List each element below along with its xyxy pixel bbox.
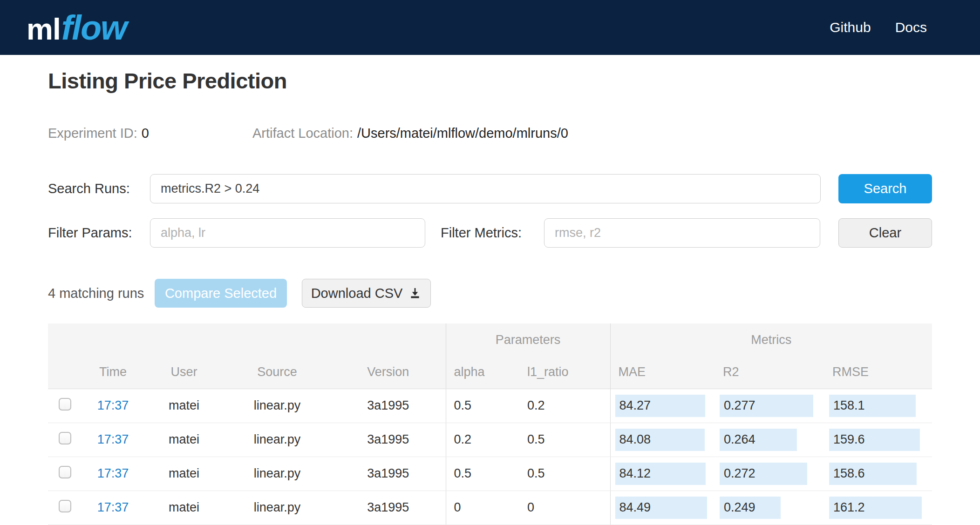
experiment-id-label: Experiment ID: <box>48 126 137 141</box>
nav-links: Github Docs <box>805 20 927 35</box>
metric-value-r2: 0.272 <box>720 466 755 481</box>
run-param-l1-ratio: 0 <box>519 491 610 525</box>
filter-params-label: Filter Params: <box>48 218 132 248</box>
table-row: 17:37 matei linear.py 3a1995 0 0 84.49 0… <box>48 491 932 525</box>
group-header-spacer <box>48 323 446 356</box>
run-user: matei <box>144 423 224 457</box>
metric-value-mae: 84.49 <box>615 500 651 515</box>
metric-bar-rmse: 159.6 <box>829 429 920 451</box>
filter-row: Filter Params: Filter Metrics: Clear <box>0 218 980 248</box>
col-header-source: Source <box>224 356 331 389</box>
run-user: matei <box>144 491 224 525</box>
run-checkbox[interactable] <box>59 466 71 478</box>
metric-value-mae: 84.12 <box>615 466 651 481</box>
logo-flow-text: flow <box>61 8 127 47</box>
artifact-location-label: Artifact Location: <box>252 126 353 141</box>
metric-value-mae: 84.08 <box>615 432 651 447</box>
metric-value-rmse: 159.6 <box>829 432 865 447</box>
metric-bar-mae: 84.27 <box>615 395 705 417</box>
run-checkbox[interactable] <box>59 398 71 411</box>
metric-bar-r2: 0.272 <box>720 463 807 485</box>
artifact-location-group: Artifact Location:/Users/matei/mlflow/de… <box>252 126 568 141</box>
runs-table: Parameters Metrics Time User Source Vers… <box>48 323 932 525</box>
table-row: 17:37 matei linear.py 3a1995 0.5 0.2 84.… <box>48 389 932 423</box>
col-header-user: User <box>144 356 224 389</box>
metric-value-r2: 0.264 <box>720 432 755 447</box>
run-time-link[interactable]: 17:37 <box>97 500 129 514</box>
filter-metrics-label: Filter Metrics: <box>441 218 522 248</box>
run-source: linear.py <box>224 457 331 491</box>
metric-bar-rmse: 158.1 <box>829 395 916 417</box>
nav-link-github[interactable]: Github <box>830 20 871 35</box>
run-version: 3a1995 <box>331 423 446 457</box>
metric-value-r2: 0.249 <box>720 500 755 515</box>
search-runs-label: Search Runs: <box>48 174 130 203</box>
download-csv-label: Download CSV <box>311 286 403 301</box>
page-title: Listing Price Prediction <box>48 68 287 94</box>
metric-bar-rmse: 161.2 <box>829 497 922 519</box>
metric-bar-mae: 84.49 <box>615 497 707 519</box>
search-runs-input[interactable] <box>150 174 821 203</box>
metric-bar-mae: 84.08 <box>615 429 705 451</box>
metric-value-r2: 0.277 <box>720 398 755 413</box>
metric-bar-r2: 0.264 <box>720 429 797 451</box>
metric-value-rmse: 158.1 <box>829 398 865 413</box>
metric-value-rmse: 161.2 <box>829 500 865 515</box>
metric-bar-mae: 84.12 <box>615 463 706 485</box>
metric-bar-r2: 0.249 <box>720 497 781 519</box>
filter-params-input[interactable] <box>150 218 425 248</box>
run-param-alpha: 0.5 <box>446 389 519 423</box>
run-checkbox[interactable] <box>59 432 71 444</box>
run-time-link[interactable]: 17:37 <box>97 466 129 480</box>
table-row: 17:37 matei linear.py 3a1995 0.5 0.5 84.… <box>48 457 932 491</box>
search-row: Search Runs: Search <box>0 174 980 203</box>
run-checkbox[interactable] <box>59 500 71 512</box>
artifact-location-value: /Users/matei/mlflow/demo/mlruns/0 <box>357 126 568 141</box>
run-user: matei <box>144 457 224 491</box>
col-header-mae: MAE <box>610 356 715 389</box>
download-icon <box>408 287 422 300</box>
run-param-alpha: 0 <box>446 491 519 525</box>
metric-value-mae: 84.27 <box>615 398 651 413</box>
metric-bar-rmse: 158.6 <box>829 463 917 485</box>
col-header-checkbox <box>48 356 82 389</box>
runs-table-wrap: Parameters Metrics Time User Source Vers… <box>48 323 932 525</box>
run-time-link[interactable]: 17:37 <box>97 432 129 446</box>
table-column-header-row: Time User Source Version alpha l1_ratio … <box>48 356 932 389</box>
logo-ml-text: ml <box>27 12 61 47</box>
metric-bar-r2: 0.277 <box>720 395 813 417</box>
experiment-meta: Experiment ID:0 Artifact Location:/Users… <box>0 126 980 144</box>
table-group-header-row: Parameters Metrics <box>48 323 932 356</box>
run-user: matei <box>144 389 224 423</box>
matching-runs-count: 4 matching runs <box>48 279 144 308</box>
nav-link-docs[interactable]: Docs <box>895 20 927 35</box>
run-version: 3a1995 <box>331 457 446 491</box>
run-param-l1-ratio: 0.5 <box>519 457 610 491</box>
group-header-metrics: Metrics <box>610 323 932 356</box>
filter-metrics-input[interactable] <box>544 218 820 248</box>
actions-row: 4 matching runs Compare Selected Downloa… <box>0 279 980 308</box>
table-row: 17:37 matei linear.py 3a1995 0.2 0.5 84.… <box>48 423 932 457</box>
run-version: 3a1995 <box>331 491 446 525</box>
group-header-parameters: Parameters <box>446 323 610 356</box>
col-header-version: Version <box>331 356 446 389</box>
clear-button[interactable]: Clear <box>838 218 932 248</box>
run-version: 3a1995 <box>331 389 446 423</box>
metric-value-rmse: 158.6 <box>829 466 865 481</box>
compare-selected-button[interactable]: Compare Selected <box>155 279 287 308</box>
col-header-r2: R2 <box>715 356 824 389</box>
col-header-time: Time <box>82 356 144 389</box>
col-header-l1-ratio: l1_ratio <box>519 356 610 389</box>
search-button[interactable]: Search <box>838 174 932 203</box>
run-param-alpha: 0.5 <box>446 457 519 491</box>
run-param-l1-ratio: 0.2 <box>519 389 610 423</box>
mlflow-logo[interactable]: mlflow <box>27 8 127 47</box>
experiment-id-group: Experiment ID:0 <box>48 126 149 141</box>
col-header-rmse: RMSE <box>824 356 932 389</box>
download-csv-button[interactable]: Download CSV <box>302 279 431 308</box>
run-param-alpha: 0.2 <box>446 423 519 457</box>
col-header-alpha: alpha <box>446 356 519 389</box>
experiment-id-value: 0 <box>142 126 149 141</box>
run-time-link[interactable]: 17:37 <box>97 398 129 412</box>
run-param-l1-ratio: 0.5 <box>519 423 610 457</box>
